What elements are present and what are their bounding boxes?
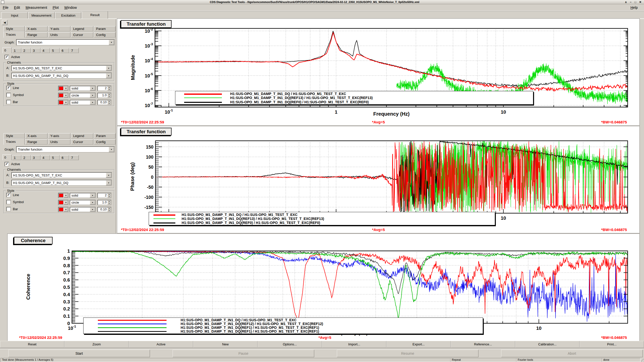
- symbol-size-spinner[interactable]: 1.0▲▼: [97, 93, 111, 98]
- bar-checkbox[interactable]: [6, 207, 11, 211]
- panel-tab-legend[interactable]: Legend: [71, 26, 93, 31]
- chevron-down-icon[interactable]: ▼: [64, 193, 68, 198]
- spin-up-icon[interactable]: ▲: [107, 86, 111, 88]
- spin-up-icon[interactable]: ▲: [107, 193, 111, 196]
- bar-checkbox[interactable]: [6, 100, 11, 104]
- spin-down-icon[interactable]: ▼: [107, 96, 111, 98]
- panel-tab-y-axis[interactable]: Y-axis: [48, 133, 70, 139]
- resize-grip[interactable]: [641, 358, 644, 361]
- plot-canvas-0[interactable]: 10-111010-210-310-410-510-610-7: [117, 19, 639, 125]
- spin-down-icon[interactable]: ▼: [107, 210, 111, 212]
- chevron-down-icon[interactable]: ▼: [109, 147, 114, 152]
- menu-edit[interactable]: Edit: [11, 6, 23, 10]
- spinner-arrows[interactable]: ▲▼: [107, 193, 111, 198]
- trace-tab-3[interactable]: 3: [31, 48, 41, 53]
- panel-tab-x-axis[interactable]: X-axis: [25, 133, 48, 139]
- channel-b-select[interactable]: H1:SUS-OPO_M1_DAMP_T_IN1_DQ▼: [11, 180, 112, 186]
- new-button[interactable]: New: [193, 341, 258, 348]
- channel-a-select[interactable]: H1:SUS-OPO_M1_TEST_T_EXC▼: [11, 172, 112, 178]
- trace-tab-7[interactable]: 7: [69, 155, 79, 160]
- symbol-style-select[interactable]: circle▼: [70, 93, 96, 98]
- bar-color-select[interactable]: ▼: [58, 100, 69, 105]
- spin-down-icon[interactable]: ▼: [107, 196, 111, 198]
- panel-tab-traces[interactable]: Traces: [4, 139, 25, 145]
- maximize-button[interactable]: □: [634, 0, 636, 4]
- trace-tab-5[interactable]: 5: [50, 155, 60, 160]
- tab-result[interactable]: Result: [82, 11, 108, 19]
- chevron-down-icon[interactable]: ▼: [64, 207, 68, 212]
- spin-up-icon[interactable]: ▲: [107, 93, 111, 96]
- bar-size-spinner[interactable]: 0.10▲▼: [97, 207, 111, 212]
- spin-up-icon[interactable]: ▲: [107, 100, 111, 103]
- plot-title-0[interactable]: Transfer function: [121, 20, 172, 28]
- tab-scroll-left-button[interactable]: ◀: [2, 20, 8, 25]
- zoom-button[interactable]: Zoom: [64, 341, 129, 348]
- spin-down-icon[interactable]: ▼: [107, 203, 111, 205]
- trace-tab-2[interactable]: 2: [22, 48, 31, 53]
- symbol-style-select[interactable]: circle▼: [70, 200, 96, 205]
- trace-tab-1[interactable]: 1: [12, 155, 21, 160]
- panel-tab-legend[interactable]: Legend: [71, 133, 93, 139]
- panel-tab-cursor[interactable]: Cursor: [71, 32, 93, 37]
- spinner-arrows[interactable]: ▲▼: [107, 200, 111, 205]
- shade-button[interactable]: ∧: [625, 0, 627, 4]
- chevron-down-icon[interactable]: ▼: [106, 73, 111, 78]
- panel-tab-param[interactable]: Param: [94, 133, 115, 139]
- options-button[interactable]: Options...: [258, 341, 322, 348]
- trace-tab-3[interactable]: 3: [31, 155, 41, 160]
- trace-tab-0[interactable]: 0: [3, 47, 12, 53]
- symbol-checkbox[interactable]: [6, 200, 11, 204]
- trace-tab-4[interactable]: 4: [41, 155, 50, 160]
- trace-tab-1[interactable]: 1: [12, 48, 21, 53]
- panel-tab-range[interactable]: Range: [25, 32, 48, 37]
- spinner-arrows[interactable]: ▲▼: [107, 86, 111, 90]
- symbol-checkbox[interactable]: [6, 93, 11, 97]
- active-checkbox[interactable]: ✓: [5, 55, 9, 59]
- active-button[interactable]: Active: [129, 341, 193, 348]
- export-button[interactable]: Export...: [386, 341, 451, 348]
- panel-tab-units[interactable]: Units: [48, 139, 70, 145]
- line-size-spinner[interactable]: 2▲▼: [97, 193, 111, 198]
- trace-tab-6[interactable]: 6: [60, 48, 69, 53]
- chevron-down-icon[interactable]: ▼: [90, 207, 95, 212]
- menu-window[interactable]: Window: [61, 6, 79, 10]
- spin-up-icon[interactable]: ▲: [107, 200, 111, 203]
- chevron-down-icon[interactable]: ▼: [106, 66, 111, 71]
- spinner-arrows[interactable]: ▲▼: [107, 100, 111, 105]
- channel-b-select[interactable]: H1:SUS-OPO_M1_DAMP_T_IN1_DQ▼: [11, 73, 112, 79]
- panel-tab-cursor[interactable]: Cursor: [71, 139, 93, 145]
- menu-file[interactable]: File: [0, 6, 11, 10]
- trace-tab-7[interactable]: 7: [69, 48, 79, 53]
- spin-up-icon[interactable]: ▲: [107, 207, 111, 210]
- panel-tab-config[interactable]: Config: [94, 139, 115, 145]
- tab-input[interactable]: Input: [2, 12, 28, 19]
- panel-tab-style[interactable]: Style: [4, 26, 25, 31]
- trace-tab-5[interactable]: 5: [50, 48, 60, 53]
- symbol-size-spinner[interactable]: 1.0▲▼: [97, 200, 111, 205]
- chevron-down-icon[interactable]: ▼: [64, 86, 68, 90]
- trace-tab-2[interactable]: 2: [22, 155, 31, 160]
- reset-button[interactable]: Reset: [0, 341, 64, 348]
- line-color-select[interactable]: ▼: [58, 193, 69, 198]
- chevron-down-icon[interactable]: ▼: [90, 86, 95, 90]
- spinner-arrows[interactable]: ▲▼: [107, 93, 111, 98]
- start-button[interactable]: Start: [8, 350, 150, 357]
- panel-tab-param[interactable]: Param: [94, 26, 115, 31]
- symbol-color-select[interactable]: ▼: [58, 200, 69, 205]
- chevron-down-icon[interactable]: ▼: [90, 100, 95, 105]
- bar-style-select[interactable]: solid▼: [70, 100, 96, 105]
- menu-help[interactable]: Help: [628, 6, 640, 10]
- chevron-down-icon[interactable]: ▼: [64, 100, 68, 105]
- graph-select[interactable]: Transfer function▼: [16, 39, 115, 46]
- chevron-down-icon[interactable]: ▼: [64, 93, 68, 98]
- panel-tab-style[interactable]: Style: [4, 133, 25, 139]
- spinner-arrows[interactable]: ▲▼: [107, 207, 111, 212]
- line-size-spinner[interactable]: 2▲▼: [97, 86, 111, 91]
- chevron-down-icon[interactable]: ▼: [90, 93, 95, 98]
- active-checkbox[interactable]: ✓: [5, 162, 9, 166]
- bar-color-select[interactable]: ▼: [58, 207, 69, 212]
- menu-measurement[interactable]: Measurement: [23, 6, 50, 10]
- chevron-down-icon[interactable]: ▼: [106, 180, 111, 185]
- trace-tab-4[interactable]: 4: [41, 48, 50, 53]
- chevron-down-icon[interactable]: ▼: [109, 40, 114, 45]
